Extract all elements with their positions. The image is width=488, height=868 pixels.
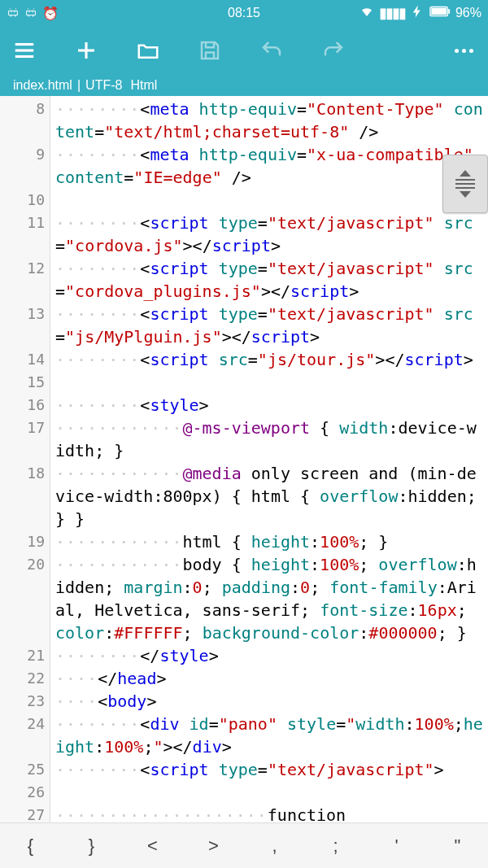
code-line[interactable]: ········<style> [55, 394, 483, 417]
undo-button[interactable] [257, 36, 286, 65]
symbol-key[interactable]: ; [309, 835, 363, 857]
line-number: 19 [0, 530, 45, 553]
status-left: ⏰ [7, 6, 59, 21]
code-line[interactable]: ········<script type="text/javascript"> [55, 758, 483, 781]
symbol-key[interactable]: ' [370, 835, 424, 857]
redo-button[interactable] [319, 36, 348, 65]
status-time: 08:15 [228, 6, 260, 20]
code-line[interactable]: ········<meta http-equiv="Content-Type" … [55, 98, 483, 143]
line-number: 20 [0, 553, 45, 644]
code-line[interactable]: ········<script type="text/javascript" s… [55, 257, 483, 303]
code-line[interactable]: ············@media only screen and (min-… [55, 462, 483, 530]
symbol-key[interactable]: } [65, 835, 119, 857]
wifi-icon [359, 4, 374, 22]
symbol-key[interactable]: > [187, 835, 241, 857]
line-number: 21 [0, 644, 45, 667]
separator: | [77, 78, 81, 93]
file-lang: Html [130, 78, 157, 93]
line-number: 11 [0, 212, 45, 257]
save-button[interactable] [195, 36, 224, 65]
line-number: 15 [0, 371, 45, 394]
android-icon-2 [24, 7, 37, 20]
line-number: 14 [0, 348, 45, 371]
code-line[interactable]: ············body { height:100%; overflow… [55, 553, 483, 644]
scroll-up-icon [460, 170, 471, 177]
file-encoding: UTF-8 [85, 78, 122, 93]
symbol-bar: {}<>,;'" [0, 822, 488, 868]
line-number: 10 [0, 189, 45, 212]
svg-point-0 [11, 11, 11, 12]
file-info-bar[interactable]: index.html | UTF-8 Html [0, 75, 488, 96]
line-number: 23 [0, 690, 45, 713]
code-line[interactable]: ····················function [55, 804, 483, 822]
code-line[interactable]: ········<div id="pano" style="width:100%… [55, 713, 483, 758]
alarm-icon: ⏰ [42, 6, 59, 21]
symbol-key[interactable]: , [248, 835, 302, 857]
code-line[interactable]: ········<script src="js/tour.js"></scrip… [55, 348, 483, 371]
line-gutter: 89101112131415161718192021222324252627 [0, 96, 50, 822]
more-menu-button[interactable] [449, 36, 478, 65]
android-icon [7, 7, 20, 20]
svg-point-3 [32, 11, 33, 12]
svg-point-1 [14, 11, 15, 12]
line-number: 25 [0, 758, 45, 781]
svg-rect-5 [431, 8, 447, 15]
code-line[interactable] [55, 189, 483, 212]
toolbar [0, 26, 488, 75]
symbol-key[interactable]: " [431, 835, 485, 857]
bolt-icon [410, 4, 425, 22]
line-number: 26 [0, 781, 45, 804]
code-area[interactable]: ········<meta http-equiv="Content-Type" … [50, 96, 488, 822]
status-bar: ⏰ 08:15 ▮▮▮▮ 96% [0, 0, 488, 26]
scroll-handle[interactable] [442, 155, 488, 213]
line-number: 18 [0, 462, 45, 530]
new-file-button[interactable] [72, 36, 101, 65]
code-line[interactable]: ············html { height:100%; } [55, 530, 483, 553]
code-line[interactable]: ····<body> [55, 690, 483, 713]
file-name: index.html [13, 78, 72, 93]
line-number: 12 [0, 257, 45, 303]
code-line[interactable]: ········<script type="text/javascript" s… [55, 212, 483, 257]
status-right: ▮▮▮▮ 96% [359, 4, 481, 22]
code-line[interactable]: ········<meta http-equiv="x-ua-compatibl… [55, 143, 483, 189]
line-number: 17 [0, 417, 45, 462]
editor[interactable]: 89101112131415161718192021222324252627 ·… [0, 96, 488, 822]
line-number: 16 [0, 394, 45, 417]
line-number: 8 [0, 98, 45, 143]
code-line[interactable]: ············@-ms-viewport { width:device… [55, 417, 483, 462]
battery-pct: 96% [455, 6, 481, 20]
svg-point-2 [28, 11, 29, 12]
line-number: 27 [0, 804, 45, 822]
line-number: 13 [0, 303, 45, 348]
signal-icon: ▮▮▮▮ [379, 4, 405, 22]
code-line[interactable]: ········</style> [55, 644, 483, 667]
code-line[interactable] [55, 371, 483, 394]
code-line[interactable] [55, 781, 483, 804]
line-number: 24 [0, 713, 45, 758]
line-number: 9 [0, 143, 45, 189]
scroll-down-icon [460, 191, 471, 198]
open-file-button[interactable] [133, 36, 163, 65]
battery-icon [429, 6, 451, 20]
menu-button[interactable] [10, 36, 39, 65]
symbol-key[interactable]: { [4, 835, 58, 857]
code-line[interactable]: ········<script type="text/javascript" s… [55, 303, 483, 348]
code-line[interactable]: ····</head> [55, 667, 483, 690]
symbol-key[interactable]: < [126, 835, 180, 857]
svg-rect-6 [448, 9, 450, 14]
line-number: 22 [0, 667, 45, 690]
